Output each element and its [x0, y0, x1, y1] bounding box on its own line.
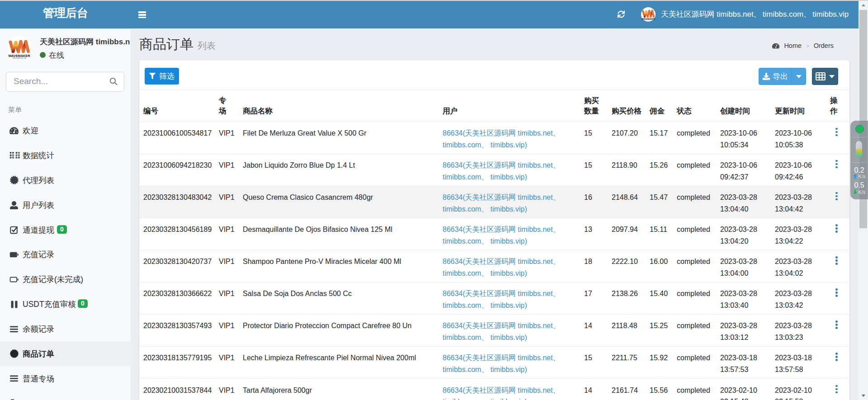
- svg-text:WWW.WMPPDB.COM: WWW.WMPPDB.COM: [644, 20, 653, 21]
- svg-text:WWW.WMPPDB.COM: WWW.WMPPDB.COM: [12, 57, 26, 59]
